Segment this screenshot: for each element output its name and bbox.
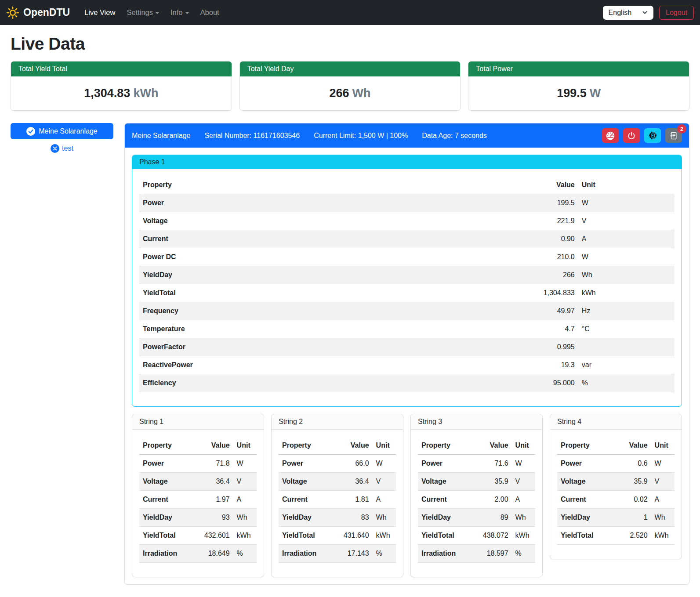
x-circle-icon — [51, 144, 59, 153]
value-cell: 266 — [402, 266, 578, 284]
column-value: Value — [331, 437, 373, 455]
unit-cell: Wh — [578, 266, 675, 284]
nav-item-about[interactable]: About — [195, 5, 225, 20]
property-cell: Power DC — [139, 248, 402, 266]
table-row: Irradiation18.649% — [139, 545, 257, 563]
column-value: Value — [402, 176, 578, 194]
unit-cell: kWh — [373, 527, 396, 545]
value-cell: 36.4 — [331, 473, 373, 491]
property-cell: Irradiation — [418, 545, 471, 563]
table-row: YieldDay89Wh — [418, 509, 535, 527]
table-row: ReactivePower19.3var — [139, 356, 675, 374]
unit-cell: A — [578, 230, 675, 248]
unit-cell: Wh — [373, 509, 396, 527]
table-row: Current1.81A — [279, 491, 396, 509]
property-cell: YieldTotal — [139, 527, 192, 545]
value-cell: 210.0 — [402, 248, 578, 266]
column-property: Property — [557, 437, 614, 455]
logout-button[interactable]: Logout — [659, 6, 694, 20]
table-row: YieldDay83Wh — [279, 509, 396, 527]
table-row: YieldDay93Wh — [139, 509, 257, 527]
table-row: Power199.5W — [139, 194, 675, 212]
unit-cell: A — [233, 491, 257, 509]
value-cell: 17.143 — [331, 545, 373, 563]
navbar: OpenDTU Live View Settings Info About En… — [0, 0, 700, 25]
unit-cell: V — [651, 473, 675, 491]
unit-cell: kWh — [233, 527, 257, 545]
unit-cell: Wh — [651, 509, 675, 527]
card-unit: kWh — [133, 87, 158, 100]
unit-cell — [578, 338, 675, 356]
value-cell: 0.90 — [402, 230, 578, 248]
table-header-row: Property Value Unit — [139, 176, 675, 194]
value-cell: 93 — [192, 509, 233, 527]
value-cell: 432.601 — [192, 527, 233, 545]
value-cell: 1.81 — [331, 491, 373, 509]
value-cell: 89 — [471, 509, 512, 527]
inverter-serial: Serial Number: 116171603546 — [204, 132, 300, 140]
property-cell: YieldDay — [418, 509, 471, 527]
string-3-table: Property Value Unit Power71.6WVoltage35.… — [418, 437, 535, 563]
card-title: Total Power — [468, 62, 689, 76]
speedometer-icon — [606, 131, 615, 141]
property-cell: Current — [139, 491, 192, 509]
property-cell: YieldTotal — [418, 527, 471, 545]
device-info-button[interactable] — [644, 128, 661, 143]
string-4-table: Property Value Unit Power0.6WVoltage35.9… — [557, 437, 675, 545]
sun-icon — [6, 6, 19, 19]
table-row: YieldTotal431.640kWh — [279, 527, 396, 545]
phase-1-card: Phase 1 Property Value Unit Power199.5WV… — [132, 155, 682, 407]
table-row: Power DC210.0W — [139, 248, 675, 266]
property-cell: Current — [557, 491, 614, 509]
navbar-right: English Logout — [603, 6, 694, 20]
table-row: Current1.97A — [139, 491, 257, 509]
event-log-button[interactable]: 2 — [665, 128, 682, 143]
language-select[interactable]: English — [603, 6, 653, 20]
column-property: Property — [139, 437, 192, 455]
nav-item-live-view[interactable]: Live View — [79, 5, 121, 20]
card-value: 1,304.83 — [84, 87, 130, 100]
card-value: 199.5 — [557, 87, 587, 100]
property-cell: ReactivePower — [139, 356, 402, 374]
property-cell: PowerFactor — [139, 338, 402, 356]
unit-cell: W — [578, 194, 675, 212]
column-property: Property — [139, 176, 402, 194]
check-circle-icon — [26, 127, 35, 136]
table-row: Frequency49.97Hz — [139, 302, 675, 320]
total-yield-day-card: Total Yield Day 266Wh — [239, 61, 461, 111]
column-value: Value — [192, 437, 233, 455]
inverter-data-age: Data Age: 7 seconds — [422, 132, 487, 140]
unit-cell: Wh — [512, 509, 535, 527]
unit-cell: % — [233, 545, 257, 563]
property-cell: Current — [139, 230, 402, 248]
string-1-card: String 1 Property Value Unit — [132, 414, 264, 577]
power-toggle-button[interactable] — [623, 128, 640, 143]
nav-item-info[interactable]: Info — [165, 5, 195, 20]
value-cell: 2.520 — [614, 527, 651, 545]
inverter-item-test[interactable]: test — [11, 144, 113, 153]
table-row: Voltage35.9V — [557, 473, 675, 491]
column-property: Property — [279, 437, 331, 455]
brand[interactable]: OpenDTU — [6, 6, 70, 19]
value-cell: 0.995 — [402, 338, 578, 356]
table-row: Power0.6W — [557, 455, 675, 473]
chevron-down-icon — [185, 12, 189, 14]
inverter-selected-button[interactable]: Meine Solaranlage — [11, 123, 113, 139]
table-row: Current0.90A — [139, 230, 675, 248]
string-title: String 3 — [411, 414, 542, 430]
value-cell: 19.3 — [402, 356, 578, 374]
table-row: YieldTotal1,304.833kWh — [139, 284, 675, 302]
inverter-body: Phase 1 Property Value Unit Power199.5WV… — [125, 148, 689, 584]
unit-cell: W — [651, 455, 675, 473]
value-cell: 0.02 — [614, 491, 651, 509]
limit-settings-button[interactable] — [602, 128, 619, 143]
value-cell: 36.4 — [192, 473, 233, 491]
table-row: Power71.8W — [139, 455, 257, 473]
page-title: Live Data — [11, 34, 689, 54]
value-cell: 0.6 — [614, 455, 651, 473]
value-cell: 438.072 — [471, 527, 512, 545]
unit-cell: kWh — [651, 527, 675, 545]
unit-cell: Hz — [578, 302, 675, 320]
value-cell: 431.640 — [331, 527, 373, 545]
nav-item-settings[interactable]: Settings — [121, 5, 165, 20]
